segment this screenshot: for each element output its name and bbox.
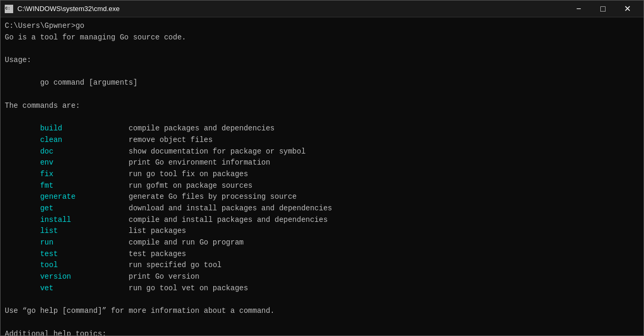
cmd-line-fix: fix run go tool fix on packages bbox=[5, 169, 639, 180]
output-line-24: Use “go help [command]” for more informa… bbox=[5, 306, 639, 317]
cmd-desc-list: list packages bbox=[58, 227, 186, 235]
output-line-7 bbox=[5, 112, 639, 124]
output-line-23 bbox=[5, 294, 639, 306]
cmd-desc-fix: run go tool fix on packages bbox=[53, 170, 248, 178]
cmd-line-get: get download and install packages and de… bbox=[5, 203, 639, 215]
cmd-desc-run: compile and run Go program bbox=[53, 238, 243, 247]
cmd-name-test: test bbox=[5, 250, 58, 258]
cmd-name-install: install bbox=[5, 216, 71, 224]
cmd-desc-test: test packages bbox=[58, 250, 186, 258]
output-line-26: Additional help topics: bbox=[5, 329, 639, 335]
cmd-name-fmt: fmt bbox=[5, 181, 53, 190]
close-button[interactable]: ✕ bbox=[615, 1, 639, 17]
cmd-desc-doc: show documentation for package or symbol bbox=[53, 147, 305, 156]
cmd-line-test: test test packages bbox=[5, 249, 639, 260]
cmd-desc-tool: run specified go tool bbox=[58, 261, 222, 269]
cmd-line-install: install compile and install packages and… bbox=[5, 215, 639, 226]
cmd-desc-build: compile packages and dependencies bbox=[62, 124, 274, 133]
output-line-2: Usage: bbox=[5, 55, 639, 66]
terminal-body[interactable]: C:\Users\Gpwner>goGo is a tool for manag… bbox=[1, 17, 643, 335]
output-line-0: Go is a tool for managing Go source code… bbox=[5, 32, 639, 44]
minimize-button[interactable]: − bbox=[567, 1, 591, 17]
output-line-4: go command [arguments] bbox=[5, 77, 639, 89]
output-line-5 bbox=[5, 89, 639, 100]
cmd-desc-version: print Go version bbox=[71, 272, 200, 281]
cmd-desc-env: print Go environment information bbox=[53, 158, 270, 167]
cmd-line-env: env print Go environment information bbox=[5, 157, 639, 169]
cmd-line-generate: generate generate Go files by processing… bbox=[5, 191, 639, 203]
cmd-desc-generate: generate Go files by processing source bbox=[75, 192, 296, 201]
title-bar: C:\WINDOWS\system32\cmd.exe − □ ✕ bbox=[1, 1, 643, 17]
cmd-name-build: build bbox=[5, 124, 62, 133]
cmd-line-version: version print Go version bbox=[5, 271, 639, 283]
cmd-name-vet: vet bbox=[5, 284, 53, 292]
cmd-line-doc: doc show documentation for package or sy… bbox=[5, 146, 639, 158]
cmd-line-list: list list packages bbox=[5, 226, 639, 237]
cmd-desc-install: compile and install packages and depende… bbox=[71, 216, 328, 224]
cmd-line-build: build compile packages and dependencies bbox=[5, 123, 639, 135]
output-line-6: The commands are: bbox=[5, 100, 639, 112]
cmd-line-vet: vet run go tool vet on packages bbox=[5, 283, 639, 294]
cmd-line-fmt: fmt run gofmt on package sources bbox=[5, 180, 639, 192]
cmd-name-generate: generate bbox=[5, 192, 75, 201]
cmd-name-get: get bbox=[5, 204, 53, 212]
cmd-name-env: env bbox=[5, 158, 53, 167]
output-line-1 bbox=[5, 43, 639, 55]
output-line-25 bbox=[5, 317, 639, 329]
cmd-name-list: list bbox=[5, 227, 58, 235]
prompt-line: C:\Users\Gpwner>go bbox=[5, 21, 639, 32]
cmd-window: C:\WINDOWS\system32\cmd.exe − □ ✕ C:\Use… bbox=[0, 0, 644, 336]
cmd-desc-get: download and install packages and depend… bbox=[53, 204, 332, 212]
maximize-button[interactable]: □ bbox=[591, 1, 615, 17]
cmd-name-run: run bbox=[5, 238, 53, 247]
app-icon bbox=[5, 5, 13, 13]
cmd-line-run: run compile and run Go program bbox=[5, 237, 639, 249]
cmd-desc-fmt: run gofmt on package sources bbox=[53, 181, 252, 190]
cmd-name-doc: doc bbox=[5, 147, 53, 156]
cmd-desc-vet: run go tool vet on packages bbox=[53, 284, 248, 292]
cmd-line-tool: tool run specified go tool bbox=[5, 260, 639, 271]
output-line-3 bbox=[5, 66, 639, 78]
title-text: C:\WINDOWS\system32\cmd.exe bbox=[17, 5, 567, 13]
cmd-line-clean: clean remove object files bbox=[5, 135, 639, 146]
cmd-name-fix: fix bbox=[5, 170, 53, 178]
cmd-name-version: version bbox=[5, 272, 71, 281]
cmd-name-tool: tool bbox=[5, 261, 58, 269]
cmd-desc-clean: remove object files bbox=[62, 136, 213, 144]
title-buttons: − □ ✕ bbox=[567, 1, 639, 17]
cmd-name-clean: clean bbox=[5, 136, 62, 144]
